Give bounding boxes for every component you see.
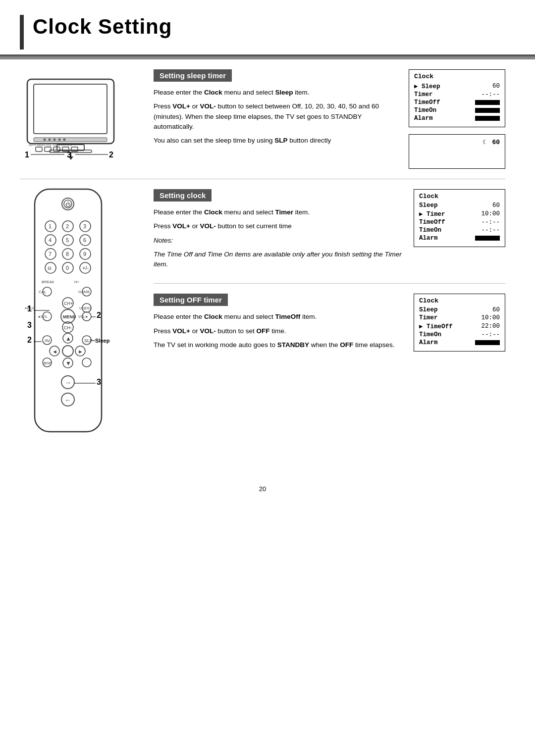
svg-text:⏻: ⏻	[65, 202, 71, 207]
svg-text:VOL►: VOL►	[78, 315, 89, 318]
svg-text:3: 3	[27, 321, 32, 329]
svg-text:Sleep: Sleep	[95, 338, 110, 344]
svg-text:1: 1	[27, 304, 32, 313]
svg-text:◄: ◄	[52, 349, 57, 354]
slp-bold: SLP	[274, 137, 287, 144]
sleep-para2: Press VOL+ or VOL- button to select betw…	[154, 101, 401, 132]
svg-point-6	[49, 139, 51, 141]
svg-text:CH-: CH-	[64, 325, 72, 330]
svg-text:6: 6	[83, 237, 86, 243]
sleep-display-box: ☾ 60	[409, 134, 505, 169]
off-para1: Please enter the Clock menu and select T…	[154, 312, 406, 322]
volminus-bold: VOL-	[200, 102, 215, 110]
svg-text:9: 9	[83, 251, 86, 257]
setting-clock-text: Setting clock Please enter the Clock men…	[154, 189, 414, 273]
svg-text:5: 5	[66, 237, 69, 243]
volplus-bold: VOL+	[172, 102, 190, 110]
svg-text:►: ►	[78, 349, 83, 354]
svg-point-7	[54, 139, 56, 141]
svg-text:GAME: GAME	[78, 290, 90, 294]
svg-rect-11	[36, 147, 42, 151]
svg-text:→: →	[64, 379, 71, 387]
svg-point-5	[44, 139, 46, 141]
svg-text:AV/TV  MENU  VOL-  VOL+  CH-  : AV/TV MENU VOL- VOL+ CH- CH+	[29, 144, 72, 147]
setting-off-timer-text: Setting OFF timer Please enter the Clock…	[154, 294, 414, 354]
page-title: Clock Setting	[33, 15, 172, 39]
svg-text:2: 2	[66, 223, 69, 229]
svg-text:BGP: BGP	[44, 361, 52, 365]
svg-text:▼: ▼	[65, 360, 71, 367]
tv-illustration: AV/TV MENU VOL- VOL+ CH- CH+ 1 3 2	[20, 74, 124, 161]
clock-notes-label: Notes:	[154, 236, 406, 246]
clock-notes-text: The Time Off and Time On items are avail…	[154, 250, 406, 270]
setting-clock-heading: Setting clock	[154, 189, 212, 202]
svg-text:1: 1	[49, 223, 52, 229]
sleep-value: 60	[492, 139, 500, 146]
title-accent	[20, 15, 24, 50]
svg-point-9	[63, 139, 66, 141]
right-sections: Setting clock Please enter the Clock men…	[154, 179, 505, 475]
svg-text:2: 2	[27, 336, 32, 344]
svg-text:▲: ▲	[65, 335, 71, 342]
off-para2: Press VOL+ or VOL- button to set OFF tim…	[154, 326, 406, 336]
sleep-bold: Sleep	[275, 89, 293, 96]
svg-rect-1	[34, 84, 107, 134]
svg-text:AV: AV	[45, 338, 50, 343]
clock-menu-sleep: Clock Sleep 60 Timer --:-- TimeOff TimeO…	[409, 69, 505, 127]
svg-text:0: 0	[66, 265, 69, 271]
clock-bold: Clock	[204, 89, 222, 96]
svg-text:H+: H+	[74, 280, 79, 284]
svg-text:1: 1	[25, 151, 29, 159]
svg-rect-12	[45, 147, 51, 151]
svg-text:MENU: MENU	[63, 314, 76, 319]
svg-text:8: 8	[66, 251, 69, 257]
svg-text:UNDO: UNDO	[79, 306, 91, 310]
remote-illustration: ⏻ 1 2 3 4 5 6 7 8	[20, 187, 124, 474]
svg-text:⊟: ⊟	[48, 266, 52, 271]
main-content: AV/TV MENU VOL- VOL+ CH- CH+ 1 3 2	[0, 59, 535, 512]
svg-text:3: 3	[67, 151, 71, 159]
sleep-para3: You also can set the sleep time by using…	[154, 136, 401, 146]
svg-text:3: 3	[83, 223, 86, 229]
setting-off-timer-section: Setting OFF timer Please enter the Clock…	[154, 284, 505, 364]
clock-para1: Please enter the Clock menu and select T…	[154, 207, 406, 217]
bottom-area: ⏻ 1 2 3 4 5 6 7 8	[20, 179, 505, 475]
setting-clock-section: Setting clock Please enter the Clock men…	[154, 179, 505, 284]
svg-point-85	[82, 358, 91, 367]
svg-text:7: 7	[49, 251, 52, 257]
sleep-timer-clocks: Clock Sleep 60 Timer --:-- TimeOff TimeO…	[409, 69, 505, 169]
off-para3: The TV set in working mode auto goes to …	[154, 340, 406, 350]
sleep-icon: ☾	[482, 139, 486, 146]
setting-clock-box-area: Clock Sleep 60 Timer 10:00 TimeOff --:--	[414, 189, 505, 273]
svg-text:←: ←	[64, 396, 71, 404]
svg-text:2: 2	[97, 311, 101, 319]
setting-off-timer-box-area: Clock Sleep 60 Timer 10:00 TimeOff 22:00	[414, 294, 505, 354]
remote-area: ⏻ 1 2 3 4 5 6 7 8	[20, 179, 139, 475]
svg-point-8	[58, 139, 61, 141]
sleep-para1: Please enter the Clock menu and select S…	[154, 88, 401, 98]
clock-para2: Press VOL+ or VOL- button to set current…	[154, 221, 406, 231]
svg-point-78	[62, 346, 73, 356]
svg-text:+/-: +/-	[82, 265, 89, 271]
svg-text:2: 2	[109, 151, 113, 159]
svg-text:3: 3	[97, 378, 101, 386]
setting-off-timer-heading: Setting OFF timer	[154, 294, 228, 306]
sleep-timer-body: Please enter the Clock menu and select S…	[154, 88, 401, 146]
page-number: 20	[20, 485, 505, 503]
clock-menu-timer: Clock Sleep 60 Timer 10:00 TimeOff --:--	[414, 189, 505, 247]
svg-text:4: 4	[49, 237, 52, 243]
svg-text:CH+: CH+	[64, 301, 73, 306]
sleep-timer-text: Setting sleep timer Please enter the Clo…	[154, 69, 409, 169]
svg-text:BREAK: BREAK	[42, 280, 54, 284]
clock-menu-timeoff: Clock Sleep 60 Timer 10:00 TimeOff 22:00	[414, 294, 505, 352]
sleep-timer-heading: Setting sleep timer	[154, 69, 232, 82]
page-header: Clock Setting	[0, 0, 535, 56]
